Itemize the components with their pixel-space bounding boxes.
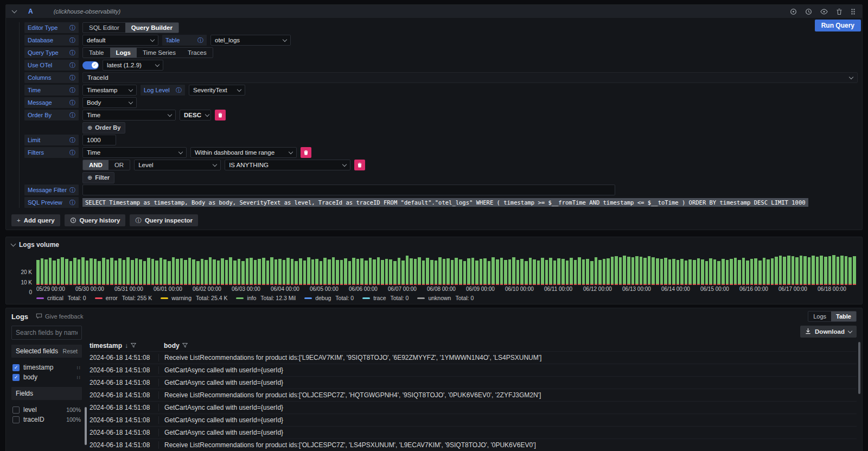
info-icon[interactable]: ⓘ	[197, 36, 203, 45]
table-row[interactable]: 2024-06-18 14:51:08Receive ListRecommend…	[90, 439, 857, 451]
query-history-button[interactable]: Query history	[65, 214, 126, 226]
remove-order-by-button[interactable]	[215, 110, 226, 120]
columns-multiselect[interactable]: TraceId	[82, 72, 858, 83]
info-icon[interactable]: ⓘ	[69, 136, 75, 144]
sidebar-scrollbar[interactable]	[85, 407, 87, 445]
filter-icon[interactable]	[182, 342, 188, 350]
table-row[interactable]: 2024-06-18 14:51:08Receive ListRecommend…	[90, 351, 857, 364]
filter-icon[interactable]	[131, 342, 136, 350]
remove-filter-button[interactable]	[301, 147, 311, 158]
table-row[interactable]: 2024-06-18 14:51:08GetCartAsync called w…	[90, 414, 857, 426]
legend-swatch	[95, 297, 103, 299]
query-builder-option[interactable]: Query Builder	[125, 23, 178, 33]
timestamp-column-header[interactable]: timestamp ↓	[90, 342, 158, 350]
log-level-select[interactable]: SeverityText	[189, 85, 245, 96]
download-button[interactable]: Download	[800, 326, 857, 338]
order-by-direction-select[interactable]: DESC	[180, 110, 211, 120]
body-column-header[interactable]: body	[158, 342, 857, 350]
query-type-table[interactable]: Table	[83, 48, 110, 58]
drag-handle-icon[interactable]: ⁝⁝	[76, 374, 81, 380]
sort-desc-icon[interactable]: ↓	[125, 342, 128, 350]
otel-version-select[interactable]: latest (1.2.9)	[103, 60, 163, 71]
legend-item-unknown[interactable]: unknownTotal: 0	[417, 295, 474, 301]
timestamp-select[interactable]: Timestamp	[82, 85, 137, 96]
filter-op-select[interactable]: Within dashboard time range	[190, 147, 297, 158]
info-icon[interactable]: ⓘ	[69, 49, 75, 57]
volume-bar	[229, 257, 232, 285]
legend-item-debug[interactable]: debugTotal: 0	[304, 295, 354, 301]
message-select[interactable]: Body	[82, 97, 137, 108]
table-scrollbar[interactable]	[858, 342, 860, 394]
table-row[interactable]: 2024-06-18 14:51:08GetCartAsync called w…	[90, 401, 857, 414]
info-icon[interactable]: ⓘ	[69, 199, 75, 207]
info-icon[interactable]: ⓘ	[69, 61, 75, 69]
search-fields-input[interactable]	[11, 326, 82, 340]
filter2-field-select[interactable]: Level	[134, 160, 221, 170]
database-select[interactable]: default	[82, 35, 158, 46]
and-option[interactable]: AND	[83, 160, 108, 170]
limit-input[interactable]: 1000	[82, 135, 116, 145]
info-icon[interactable]: ⓘ	[69, 99, 75, 107]
body-checkbox[interactable]: ✓	[12, 374, 20, 381]
give-feedback-link[interactable]: Give feedback	[36, 313, 83, 320]
volume-bar	[738, 260, 741, 285]
drag-handle-icon[interactable]: ⁝⁝	[76, 365, 81, 370]
info-icon[interactable]: ⓘ	[176, 86, 182, 94]
table-row[interactable]: 2024-06-18 14:51:08Receive ListRecommend…	[90, 389, 857, 401]
eye-icon[interactable]	[820, 8, 828, 15]
history-icon[interactable]	[805, 8, 812, 15]
add-filter-button[interactable]: ⊕Filter	[82, 172, 114, 183]
reset-fields-link[interactable]: Reset	[63, 348, 78, 354]
volume-bar	[311, 259, 315, 285]
view-table-option[interactable]: Table	[831, 312, 856, 321]
view-logs-option[interactable]: Logs	[808, 312, 831, 321]
use-otel-toggle[interactable]: ✓	[82, 61, 99, 69]
info-icon[interactable]: ⓘ	[69, 186, 75, 194]
filter2-op-select[interactable]: IS ANYTHING	[225, 160, 350, 170]
info-icon[interactable]: ⓘ	[69, 111, 75, 119]
volume-bars[interactable]	[36, 253, 857, 285]
duplicate-icon[interactable]	[790, 8, 797, 15]
legend-item-info[interactable]: infoTotal: 12.3 Mil	[236, 295, 296, 301]
trash-icon[interactable]	[836, 8, 843, 15]
add-query-button[interactable]: +Add query	[11, 214, 60, 226]
legend-item-error[interactable]: errorTotal: 255 K	[95, 295, 152, 301]
legend-item-warning[interactable]: warningTotal: 25.4 K	[161, 295, 227, 301]
add-order-by-button[interactable]: ⊕Order By	[82, 122, 125, 134]
filters-label: Filtersⓘ	[24, 147, 79, 158]
table-row[interactable]: 2024-06-18 14:51:08GetCartAsync called w…	[90, 364, 857, 376]
or-option[interactable]: OR	[108, 160, 130, 170]
info-icon[interactable]: ⓘ	[69, 74, 75, 82]
sql-editor-option[interactable]: SQL Editor	[83, 23, 125, 33]
info-icon[interactable]: ⓘ	[69, 149, 75, 157]
table-row[interactable]: 2024-06-18 14:51:08GetCartAsync called w…	[90, 426, 857, 439]
level-checkbox[interactable]	[12, 406, 20, 414]
volume-bar	[373, 259, 376, 285]
drag-handle-icon[interactable]	[851, 8, 856, 15]
query-type-timeseries[interactable]: Time Series	[137, 48, 182, 58]
info-icon[interactable]: ⓘ	[69, 86, 75, 94]
order-by-field-select[interactable]: Time	[82, 110, 176, 120]
run-query-button[interactable]: Run Query	[815, 20, 861, 31]
logs-table: timestamp ↓ body 2024-06-18 14:51:08Rece…	[90, 340, 857, 451]
remove-filter2-button[interactable]	[354, 160, 365, 170]
volume-bar	[688, 259, 692, 285]
collapse-chevron-icon[interactable]	[12, 8, 17, 14]
legend-item-trace[interactable]: traceTotal: 0	[362, 295, 409, 301]
query-type-logs[interactable]: Logs	[110, 48, 137, 58]
panel-collapse-chevron-icon[interactable]	[11, 242, 16, 247]
query-type-traces[interactable]: Traces	[182, 48, 213, 58]
message-filter-input[interactable]	[82, 185, 615, 195]
query-inspector-button[interactable]: ⓘQuery inspector	[130, 214, 198, 226]
volume-bar	[680, 259, 684, 285]
traceid-checkbox[interactable]	[12, 416, 20, 423]
table-row[interactable]: 2024-06-18 14:51:08GetCartAsync called w…	[90, 376, 857, 389]
info-icon[interactable]: ⓘ	[69, 36, 75, 45]
info-icon[interactable]: ⓘ	[69, 24, 75, 32]
timestamp-checkbox[interactable]: ✓	[12, 364, 20, 371]
volume-bar	[246, 258, 249, 285]
filter-field-select[interactable]: Time	[82, 147, 187, 158]
volume-bar	[266, 261, 270, 285]
table-select[interactable]: otel_logs	[210, 35, 291, 46]
legend-item-critical[interactable]: criticalTotal: 0	[36, 295, 86, 301]
